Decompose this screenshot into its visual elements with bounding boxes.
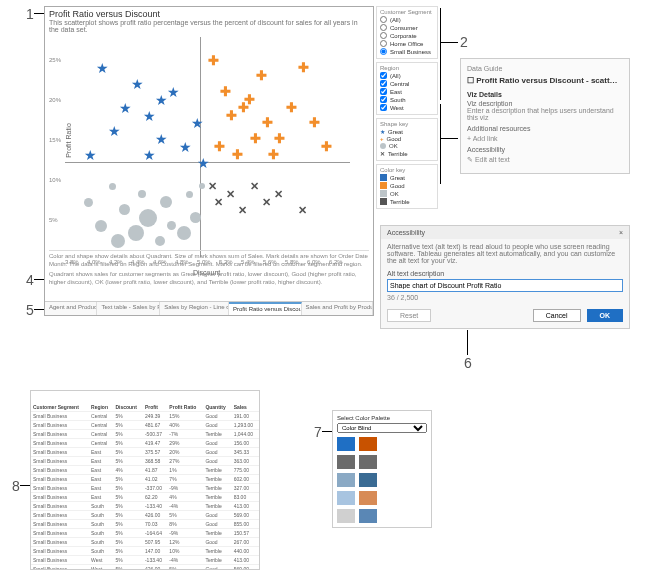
- data-point[interactable]: ★: [179, 142, 192, 152]
- filter-option[interactable]: East: [380, 88, 434, 95]
- tab[interactable]: Agent and Product s…: [45, 302, 97, 315]
- data-point[interactable]: ✚: [286, 103, 297, 113]
- data-point[interactable]: [177, 226, 191, 240]
- radio[interactable]: [380, 16, 387, 23]
- data-point[interactable]: [186, 191, 193, 198]
- cancel-button[interactable]: Cancel: [533, 309, 581, 322]
- table-row[interactable]: Small BusinessSouth5%507.9512%Good267.00: [31, 538, 259, 547]
- data-point[interactable]: ✕: [262, 197, 271, 207]
- table-row[interactable]: Small BusinessCentral5%-500.37-7%Terribl…: [31, 430, 259, 439]
- data-point[interactable]: ✚: [232, 150, 243, 160]
- data-point[interactable]: ✚: [226, 111, 237, 121]
- data-point[interactable]: ✚: [321, 142, 332, 152]
- checkbox[interactable]: [380, 80, 387, 87]
- data-point[interactable]: ★: [167, 87, 180, 97]
- radio[interactable]: [380, 48, 387, 55]
- data-point[interactable]: ✚: [256, 71, 267, 81]
- data-point[interactable]: ✕: [214, 197, 223, 207]
- ok-button[interactable]: OK: [587, 309, 624, 322]
- radio[interactable]: [380, 24, 387, 31]
- alt-text-input[interactable]: [387, 279, 623, 292]
- edit-alt-text-button[interactable]: ✎ Edit alt text: [467, 156, 623, 164]
- filter-option[interactable]: (All): [380, 72, 434, 79]
- filter-option[interactable]: Home Office: [380, 40, 434, 47]
- data-point[interactable]: ✕: [226, 189, 235, 199]
- radio[interactable]: [380, 32, 387, 39]
- data-point[interactable]: [95, 220, 107, 232]
- data-point[interactable]: ✚: [268, 150, 279, 160]
- table-row[interactable]: Small BusinessCentral5%481.6740%Good1,29…: [31, 421, 259, 430]
- data-point[interactable]: ✚: [220, 87, 231, 97]
- filter-option[interactable]: Consumer: [380, 24, 434, 31]
- data-point[interactable]: ★: [131, 79, 144, 89]
- viz-description-placeholder[interactable]: Enter a description that helps users und…: [467, 107, 623, 121]
- data-point[interactable]: [111, 234, 125, 248]
- table-row[interactable]: Small BusinessCentral5%249.3915%Good191.…: [31, 412, 259, 421]
- data-point[interactable]: ★: [84, 150, 97, 160]
- palette-swatch[interactable]: [337, 473, 355, 487]
- data-point[interactable]: [128, 225, 144, 241]
- data-point[interactable]: [160, 196, 172, 208]
- table-row[interactable]: Small BusinessWest5%426.005%Good569.00: [31, 565, 259, 571]
- data-point[interactable]: ✕: [274, 189, 283, 199]
- data-point[interactable]: [119, 204, 130, 215]
- data-point[interactable]: ✕: [208, 181, 217, 191]
- table-row[interactable]: Small BusinessSouth5%147.0010%Terrible44…: [31, 547, 259, 556]
- add-link-button[interactable]: + Add link: [467, 135, 623, 142]
- data-point[interactable]: ★: [191, 118, 204, 128]
- data-point[interactable]: ✕: [250, 181, 259, 191]
- palette-swatch[interactable]: [359, 491, 377, 505]
- tab[interactable]: Sales and Profit by Product ca…: [302, 302, 373, 315]
- table-row[interactable]: Small BusinessSouth5%426.005%Good569.00: [31, 511, 259, 520]
- palette-select[interactable]: Color Blind: [337, 423, 427, 433]
- table-row[interactable]: Small BusinessEast5%375.5720%Good345.33: [31, 448, 259, 457]
- data-point[interactable]: ✚: [208, 56, 219, 66]
- data-point[interactable]: ✚: [309, 118, 320, 128]
- palette-swatch[interactable]: [359, 509, 377, 523]
- checkbox[interactable]: [380, 96, 387, 103]
- data-point[interactable]: ✚: [244, 95, 255, 105]
- palette-swatch[interactable]: [337, 437, 355, 451]
- checkbox[interactable]: [380, 104, 387, 111]
- data-point[interactable]: ★: [96, 63, 109, 73]
- filter-option[interactable]: Small Business: [380, 48, 434, 55]
- data-point[interactable]: [167, 221, 176, 230]
- data-point[interactable]: ★: [143, 111, 156, 121]
- data-point[interactable]: ✚: [262, 118, 273, 128]
- table-row[interactable]: Small BusinessWest5%-133.40-4%Terrible41…: [31, 556, 259, 565]
- data-point[interactable]: [155, 236, 165, 246]
- tab[interactable]: Sales by Region - Line chart …: [160, 302, 229, 315]
- close-icon[interactable]: ×: [619, 229, 623, 236]
- palette-swatch[interactable]: [337, 509, 355, 523]
- data-point[interactable]: [138, 190, 146, 198]
- data-point[interactable]: ★: [143, 150, 156, 160]
- data-point[interactable]: ✚: [214, 142, 225, 152]
- filter-option[interactable]: West: [380, 104, 434, 111]
- filter-option[interactable]: Corporate: [380, 32, 434, 39]
- data-point[interactable]: [199, 183, 205, 189]
- table-row[interactable]: Small BusinessSouth5%-164.64-9%Terrible1…: [31, 529, 259, 538]
- scatter-chart[interactable]: Profit Ratio Discount 25%20%15%10%5% 3.8…: [65, 37, 350, 262]
- tab[interactable]: Text table - Sales by Region: [97, 302, 160, 315]
- filter-option[interactable]: Central: [380, 80, 434, 87]
- filter-option[interactable]: South: [380, 96, 434, 103]
- table-row[interactable]: Small BusinessSouth5%70.038%Good855.00: [31, 520, 259, 529]
- table-row[interactable]: Small BusinessEast5%368.5827%Good363.00: [31, 457, 259, 466]
- palette-swatch[interactable]: [359, 437, 377, 451]
- data-point[interactable]: ✕: [238, 205, 247, 215]
- table-row[interactable]: Small BusinessEast5%41.027%Terrible602.0…: [31, 475, 259, 484]
- palette-swatch[interactable]: [359, 455, 377, 469]
- table-row[interactable]: Small BusinessEast5%62.204%Terrible83.00: [31, 493, 259, 502]
- data-point[interactable]: ✚: [274, 134, 285, 144]
- checkbox[interactable]: [380, 88, 387, 95]
- table-row[interactable]: Small BusinessCentral5%419.4729%Good156.…: [31, 439, 259, 448]
- tab-active[interactable]: Profit Ratio versus Discount - s…: [229, 302, 302, 315]
- palette-swatch[interactable]: [359, 473, 377, 487]
- data-point[interactable]: ✚: [250, 134, 261, 144]
- filter-option[interactable]: (All): [380, 16, 434, 23]
- reset-button[interactable]: Reset: [387, 309, 431, 322]
- table-row[interactable]: Small BusinessEast5%-337.00-9%Terrible32…: [31, 484, 259, 493]
- table-row[interactable]: Small BusinessEast4%41.871%Terrible775.0…: [31, 466, 259, 475]
- data-point[interactable]: [84, 198, 93, 207]
- data-point[interactable]: ✚: [298, 63, 309, 73]
